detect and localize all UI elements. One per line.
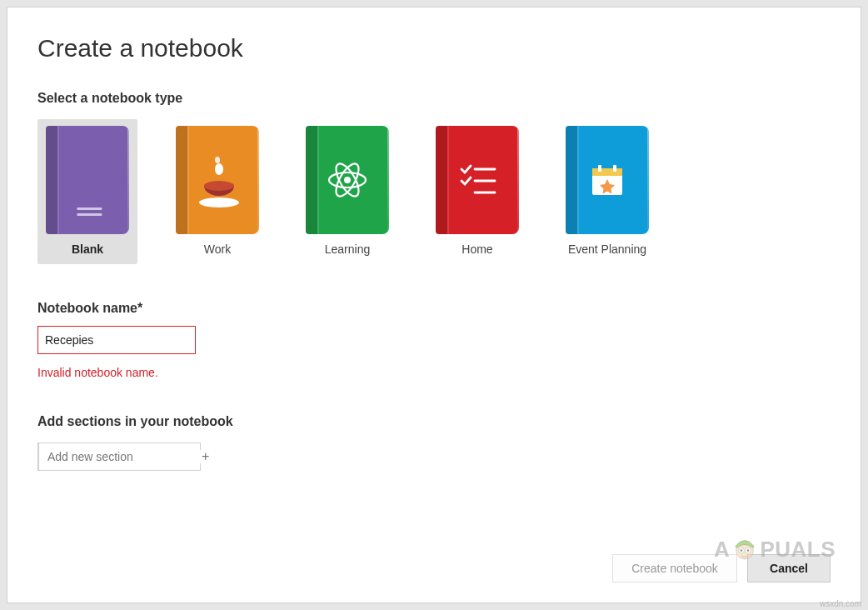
add-section-input[interactable] (39, 450, 202, 463)
add-sections-heading: Add sections in your notebook (37, 414, 831, 429)
cancel-button[interactable]: Cancel (747, 554, 831, 582)
notebook-icon-learning (306, 126, 389, 234)
type-label: Event Planning (568, 242, 646, 256)
coffee-icon (192, 151, 242, 209)
add-sections-block: Add sections in your notebook + (37, 414, 831, 471)
svg-point-7 (344, 177, 351, 183)
svg-point-0 (215, 163, 223, 175)
svg-point-3 (199, 198, 239, 208)
notebook-name-label: Notebook name* (37, 301, 831, 316)
source-label: wsxdn.com (820, 599, 861, 608)
type-label: Blank (72, 242, 103, 256)
add-section-plus-icon[interactable]: + (202, 449, 209, 464)
calendar-star-icon (586, 158, 629, 202)
notebook-icon-blank (46, 126, 129, 234)
svg-point-19 (747, 549, 750, 552)
notebook-icon-home (436, 126, 519, 234)
svg-rect-14 (613, 165, 616, 172)
svg-rect-12 (592, 168, 622, 176)
type-label: Home (461, 242, 492, 256)
add-section-control[interactable]: + (37, 442, 201, 471)
svg-point-18 (741, 549, 743, 552)
create-notebook-button[interactable]: Create notebook (612, 554, 737, 582)
notebook-name-input[interactable] (37, 326, 196, 354)
select-type-heading: Select a notebook type (37, 91, 831, 106)
type-label: Work (204, 242, 231, 256)
atom-icon (322, 155, 372, 205)
type-tile-work[interactable]: Work (167, 119, 267, 264)
notebook-icon-work (176, 126, 259, 234)
svg-point-17 (746, 548, 751, 553)
type-tile-event-planning[interactable]: Event Planning (557, 119, 657, 264)
type-label: Learning (325, 242, 371, 256)
type-tile-blank[interactable]: Blank (37, 119, 137, 264)
svg-point-1 (215, 157, 220, 163)
type-tile-home[interactable]: Home (427, 119, 527, 264)
notebook-type-list: Blank (37, 119, 831, 264)
notebook-name-error: Invalid notebook name. (37, 366, 831, 379)
create-notebook-dialog: Create a notebook Select a notebook type… (7, 7, 861, 603)
type-tile-learning[interactable]: Learning (297, 119, 397, 264)
svg-point-2 (204, 181, 234, 191)
svg-rect-13 (598, 165, 601, 172)
notebook-icon-event (566, 126, 649, 234)
dialog-title: Create a notebook (37, 34, 831, 62)
dialog-footer: Create notebook Cancel (37, 554, 831, 582)
checklist-icon (456, 161, 498, 199)
notebook-name-section: Notebook name* Invalid notebook name. (37, 301, 831, 379)
svg-point-16 (739, 548, 745, 553)
